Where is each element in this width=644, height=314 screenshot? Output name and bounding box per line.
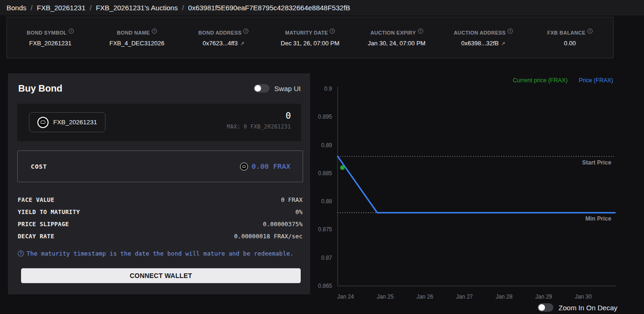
x-tick-label: Jan 28	[495, 293, 512, 300]
stat-value[interactable]: 0x6398...32fB↗	[440, 40, 526, 47]
y-tick-label: 0.875	[318, 226, 332, 233]
cost-row: COST 0.00 FRAX	[17, 150, 303, 182]
detail-row: DECAY RATE0.00000018 FRAX/sec	[18, 230, 303, 242]
detail-value: 0.00000018 FRAX/sec	[234, 233, 303, 240]
zoom-decay-label: Zoom In On Decay	[559, 304, 617, 312]
external-link-icon: ↗	[501, 41, 505, 46]
breadcrumb: Bonds/FXB_20261231/FXB_20261231's Auctio…	[0, 0, 644, 15]
stat-value: Jan 30, 24, 07:00 PM	[354, 40, 440, 47]
cost-value-group: 0.00 FRAX	[240, 163, 290, 171]
bond-stats-card: BOND SYMBOL?FXB_20261231BOND NAME?FXB_4_…	[7, 17, 614, 58]
x-tick-label: Jan 25	[377, 293, 394, 300]
connect-wallet-button[interactable]: CONNECT WALLET	[21, 268, 301, 283]
detail-label: FACE VALUE	[18, 196, 54, 203]
amount-input-box: FXB_20261231 0 MAX: 0 FXB_20261231	[17, 104, 301, 141]
stat-bond-address: BOND ADDRESS?0x7623...4ff3↗	[180, 29, 267, 47]
maturity-note: ?The maturity timestamp is the date the …	[18, 250, 303, 257]
y-tick-label: 0.865	[318, 283, 332, 289]
frax-token-icon	[240, 163, 248, 171]
breadcrumb-separator: /	[182, 4, 184, 12]
help-icon[interactable]: ?	[330, 29, 335, 34]
stat-maturity-date: MATURITY DATE?Dec 31, 26, 07:00 PM	[267, 29, 353, 47]
y-tick-label: 0.89	[321, 142, 333, 149]
y-tick-label: 0.885	[318, 170, 332, 177]
swap-ui-toggle-group: Swap UI	[254, 84, 301, 93]
buy-bond-panel: Buy Bond Swap UI FXB_20261231 0 MAX: 0 F…	[8, 73, 310, 294]
external-link-icon: ↗	[240, 41, 244, 46]
current-price-point	[340, 165, 345, 170]
amount-column: 0 MAX: 0 FXB_20261231	[227, 110, 291, 130]
x-tick-label: Jan 30	[575, 293, 592, 300]
breadcrumb-separator: /	[90, 4, 92, 12]
help-icon[interactable]: ?	[418, 29, 423, 34]
legend-item-price-frax-[interactable]: Price (FRAX)	[579, 77, 613, 84]
price-line	[338, 157, 615, 213]
help-icon[interactable]: ?	[69, 29, 74, 34]
detail-row: PRICE SLIPPAGE0.00000375%	[18, 218, 303, 230]
stat-label: BOND ADDRESS?	[180, 29, 267, 36]
token-symbol-label: FXB_20261231	[53, 119, 97, 126]
help-icon[interactable]: ?	[508, 29, 513, 34]
maturity-note-text: The maturity timestamp is the date the b…	[27, 250, 294, 257]
x-tick-label: Jan 24	[337, 293, 354, 300]
toggle-knob	[538, 304, 545, 311]
start-price-label: Start Price	[582, 159, 611, 166]
min-price-label: Min Price	[585, 215, 611, 222]
buy-panel-header: Buy Bond Swap UI	[18, 82, 301, 95]
swap-ui-toggle[interactable]	[254, 84, 269, 93]
x-tick-label: Jan 27	[456, 293, 473, 300]
amount-input[interactable]: 0	[227, 110, 291, 121]
stat-value: FXB_4_DEC312026	[93, 40, 180, 47]
stat-value: FXB_20261231	[7, 40, 93, 47]
panel-title: Buy Bond	[18, 83, 62, 94]
detail-row: YIELD TO MATURITY0%	[18, 206, 303, 218]
zoom-decay-toggle-group: Zoom In On Decay	[538, 303, 617, 312]
stat-value[interactable]: 0x7623...4ff3↗	[180, 40, 267, 47]
stat-label: AUCTION ADDRESS?	[440, 29, 526, 36]
bond-details-list: FACE VALUE0 FRAXYIELD TO MATURITY0%PRICE…	[18, 193, 303, 242]
stat-label: FXB BALANCE?	[527, 29, 613, 36]
detail-value: 0%	[296, 208, 303, 215]
detail-value: 0 FRAX	[281, 196, 303, 203]
breadcrumb-item: 0x63981f5E690eaF7E8795c42832664e8848F532…	[188, 4, 350, 12]
toggle-knob	[255, 85, 261, 92]
x-tick-label: Jan 29	[535, 293, 552, 300]
stat-label: AUCTION EXPIRY?	[354, 29, 440, 36]
stat-label: MATURITY DATE?	[267, 29, 353, 36]
help-icon[interactable]: ?	[243, 29, 248, 34]
detail-row: FACE VALUE0 FRAX	[18, 193, 303, 206]
breadcrumb-item[interactable]: FXB_20261231's Auctions	[96, 4, 178, 12]
legend-item-current-price-frax-[interactable]: Current price (FRAX)	[513, 77, 567, 84]
detail-label: PRICE SLIPPAGE	[18, 221, 69, 228]
detail-label: YIELD TO MATURITY	[18, 208, 80, 215]
stat-label: BOND NAME?	[93, 29, 180, 36]
y-tick-label: 0.88	[321, 198, 333, 205]
max-balance-button[interactable]: MAX: 0 FXB_20261231	[227, 123, 291, 130]
y-tick-label: 0.895	[318, 114, 332, 120]
help-icon[interactable]: ?	[587, 29, 593, 34]
y-tick-label: 0.9	[324, 86, 332, 92]
swap-ui-label: Swap UI	[274, 85, 301, 93]
help-icon[interactable]: ?	[152, 29, 157, 34]
fxb-token-icon	[37, 117, 49, 128]
zoom-decay-toggle[interactable]	[538, 303, 553, 312]
price-chart-svg: 0.90.8950.890.8850.880.8750.870.865Jan 2…	[310, 84, 644, 304]
stat-auction-expiry: AUCTION EXPIRY?Jan 30, 24, 07:00 PM	[354, 29, 440, 47]
detail-label: DECAY RATE	[18, 233, 54, 240]
cost-value: 0.00 FRAX	[252, 163, 290, 170]
stat-bond-symbol: BOND SYMBOL?FXB_20261231	[7, 29, 93, 47]
token-selector-button[interactable]: FXB_20261231	[29, 112, 106, 132]
stat-label: BOND SYMBOL?	[7, 29, 93, 36]
y-tick-label: 0.87	[321, 255, 333, 261]
info-icon: ?	[18, 250, 24, 257]
breadcrumb-separator: /	[31, 4, 33, 12]
stat-fxb-balance: FXB BALANCE?0.00	[527, 29, 613, 47]
stat-value: Dec 31, 26, 07:00 PM	[267, 40, 353, 47]
chart-legend: Current price (FRAX)Price (FRAX)	[310, 77, 613, 84]
stat-auction-address: AUCTION ADDRESS?0x6398...32fB↗	[440, 29, 526, 47]
x-tick-label: Jan 26	[417, 293, 433, 300]
breadcrumb-item[interactable]: FXB_20261231	[37, 4, 85, 12]
frax-logo-glyph	[41, 121, 45, 124]
breadcrumb-item[interactable]: Bonds	[7, 4, 27, 12]
app-screen: Bonds/FXB_20261231/FXB_20261231's Auctio…	[0, 0, 644, 314]
